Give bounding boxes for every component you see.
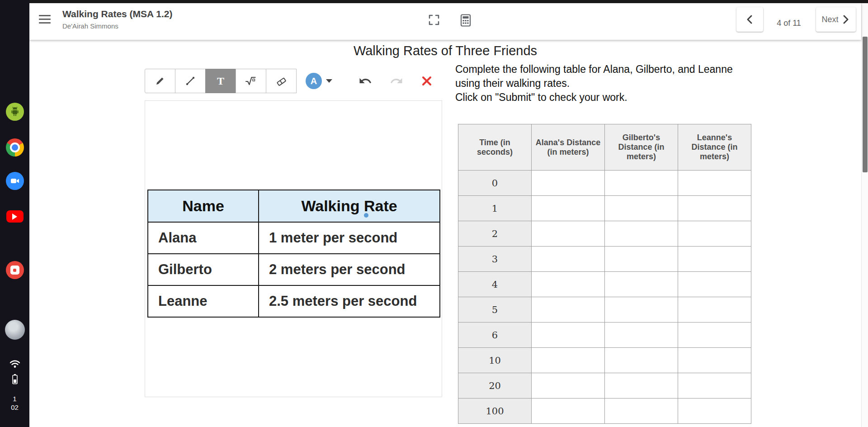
taskbar: 1 02 [0, 0, 29, 427]
instructions-line-2: Click on "Submit" to check your work. [455, 90, 759, 104]
answer-header-alana: Alana's Distance (in meters) [532, 124, 605, 171]
youtube-app-icon[interactable] [6, 210, 24, 223]
answer-input-cell[interactable] [678, 373, 751, 399]
answer-row: 4 [458, 272, 751, 297]
answer-input-cell[interactable] [532, 373, 605, 399]
answer-row: 5 [458, 297, 751, 323]
rates-row: Leanne 2.5 meters per second [148, 285, 440, 317]
answer-row: 0 [458, 171, 751, 196]
answer-input-cell[interactable] [605, 297, 678, 323]
answer-input-cell[interactable] [678, 272, 751, 297]
wifi-icon[interactable] [9, 360, 20, 370]
rates-header-row: Name Walking Rate [148, 190, 440, 222]
video-camera-icon [9, 176, 20, 186]
next-page-button[interactable]: Next [816, 7, 856, 32]
scrollbar-thumb[interactable] [863, 37, 868, 172]
time-cell: 10 [458, 348, 532, 373]
answer-input-cell[interactable] [532, 171, 605, 196]
fullscreen-icon[interactable] [428, 14, 440, 28]
pencil-tool-button[interactable] [145, 69, 175, 93]
rates-header-name: Name [148, 190, 259, 222]
zoom-app-icon[interactable] [6, 172, 24, 190]
time-cell: 1 [458, 196, 532, 221]
drawing-toolbar: T [145, 69, 297, 93]
page-indicator: 4 of 11 [766, 19, 811, 28]
answer-input-cell[interactable] [605, 373, 678, 399]
red-app-icon[interactable] [6, 261, 24, 279]
time-cell: 3 [458, 247, 532, 272]
answer-row: 10 [458, 348, 751, 373]
clock[interactable]: 1 02 [11, 394, 19, 412]
answer-row: 3 [458, 247, 751, 272]
answer-input-cell[interactable] [678, 196, 751, 221]
answer-input-cell[interactable] [605, 196, 678, 221]
battery-icon[interactable] [12, 374, 18, 386]
answer-input-cell[interactable] [532, 297, 605, 323]
answer-input-cell[interactable] [532, 348, 605, 373]
android-robot-icon [9, 106, 21, 118]
top-strip [29, 0, 868, 3]
drawing-canvas[interactable]: Name Walking Rate Alana 1 meter per seco… [145, 100, 442, 397]
answer-input-cell[interactable] [605, 272, 678, 297]
walking-rates-table[interactable]: Name Walking Rate Alana 1 meter per seco… [147, 190, 440, 318]
answer-input-cell[interactable] [605, 171, 678, 196]
chevron-left-icon [745, 14, 755, 25]
answer-row: 20 [458, 373, 751, 399]
time-cell: 5 [458, 297, 532, 323]
app-header: Walking Rates (MSA 1.2) De'Airah Simmons… [29, 3, 861, 40]
answer-input-cell[interactable] [678, 171, 751, 196]
vertical-scrollbar[interactable] [861, 3, 868, 427]
line-tool-button[interactable] [175, 69, 206, 93]
android-app-icon[interactable] [6, 103, 24, 121]
answer-input-cell[interactable] [532, 196, 605, 221]
answer-input-cell[interactable] [678, 247, 751, 272]
answer-input-cell[interactable] [532, 399, 605, 424]
answer-input-cell[interactable] [605, 323, 678, 348]
answer-input-cell[interactable] [532, 323, 605, 348]
rates-rate: 1 meter per second [259, 222, 440, 254]
answer-input-cell[interactable] [678, 221, 751, 247]
menu-icon[interactable] [39, 15, 51, 25]
clear-button[interactable] [419, 73, 434, 89]
answer-header-gilberto: Gilberto's Distance (in meters) [605, 124, 678, 171]
text-tool-button[interactable]: T [205, 69, 236, 93]
instructions-line-1: Complete the following table for Alana, … [455, 62, 759, 90]
undo-button[interactable] [358, 73, 373, 89]
rates-name: Alana [148, 222, 259, 254]
text-color-picker[interactable]: A [306, 73, 332, 89]
user-avatar[interactable] [5, 320, 25, 340]
text-tool-label: T [217, 75, 224, 87]
answer-input-cell[interactable] [605, 247, 678, 272]
answer-input-cell[interactable] [678, 323, 751, 348]
undo-icon [359, 74, 372, 88]
selection-handle[interactable] [364, 213, 368, 218]
answer-input-cell[interactable] [605, 348, 678, 373]
answer-input-cell[interactable] [532, 221, 605, 247]
instructions: Complete the following table for Alana, … [455, 62, 759, 104]
rates-rate: 2 meters per second [259, 254, 440, 285]
answer-input-cell[interactable] [605, 221, 678, 247]
answer-header-leanne: Leanne's Distance (in meters) [678, 124, 751, 171]
answer-input-cell[interactable] [532, 272, 605, 297]
answer-header-time: Time (in seconds) [458, 124, 532, 171]
answer-input-cell[interactable] [678, 399, 751, 424]
time-cell: 20 [458, 373, 532, 399]
answer-input-cell[interactable] [678, 297, 751, 323]
answer-header-row: Time (in seconds) Alana's Distance (in m… [458, 124, 751, 171]
eraser-tool-button[interactable] [266, 69, 297, 93]
redo-button[interactable] [389, 73, 404, 89]
rates-rate: 2.5 meters per second [259, 285, 440, 317]
activity-content: Walking Rates of Three Friends T [29, 40, 861, 427]
time-cell: 2 [458, 221, 532, 247]
chrome-app-icon[interactable] [6, 138, 24, 157]
answer-row: 6 [458, 323, 751, 348]
calculator-icon[interactable] [460, 14, 471, 28]
sqrt-tool-button[interactable] [236, 69, 266, 93]
answer-input-cell[interactable] [678, 348, 751, 373]
previous-page-button[interactable] [736, 7, 763, 32]
answer-row: 1 [458, 196, 751, 221]
answer-input-cell[interactable] [532, 247, 605, 272]
rates-name: Leanne [148, 285, 259, 317]
answer-input-cell[interactable] [605, 399, 678, 424]
chevron-right-icon [841, 14, 850, 25]
